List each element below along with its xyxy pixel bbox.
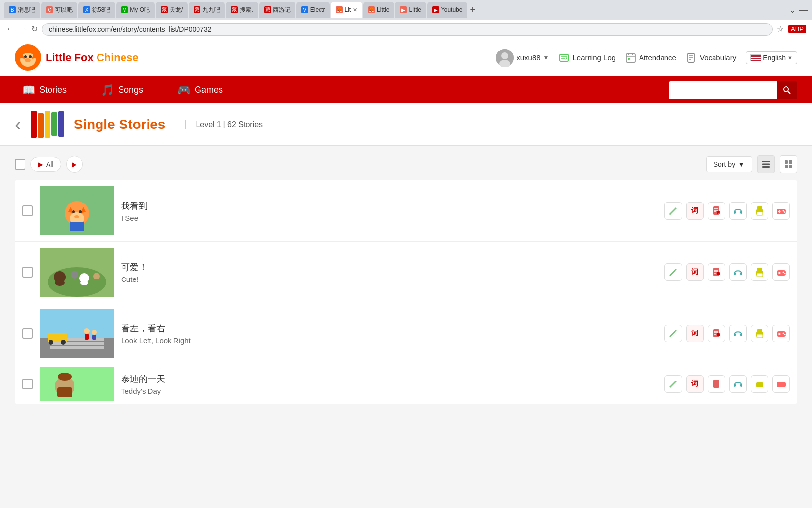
back-button[interactable]: ← bbox=[6, 24, 15, 34]
print-button-3[interactable] bbox=[751, 325, 768, 342]
vocab-button-3[interactable]: 词 bbox=[686, 325, 704, 342]
svg-rect-100 bbox=[757, 329, 762, 332]
notes-button-3[interactable] bbox=[708, 325, 725, 342]
tab-13[interactable]: ▶ Youtube bbox=[427, 2, 468, 18]
tab-11[interactable]: 🦊 Little bbox=[363, 2, 394, 18]
new-tab-button[interactable]: + bbox=[468, 5, 477, 15]
tab-favicon-6: 藏 bbox=[194, 6, 200, 13]
forward-button[interactable]: → bbox=[19, 24, 27, 34]
print-button-1[interactable] bbox=[751, 202, 768, 220]
story-title-en-1: I See bbox=[121, 214, 657, 222]
svg-rect-13 bbox=[626, 54, 635, 62]
back-button[interactable]: ‹ bbox=[15, 115, 21, 134]
listen-button-3[interactable] bbox=[729, 325, 747, 342]
listen-button-2[interactable] bbox=[729, 263, 747, 281]
language-label: English bbox=[763, 54, 786, 62]
vocabulary-nav[interactable]: Vocabulary bbox=[686, 52, 736, 63]
svg-rect-74 bbox=[757, 273, 763, 277]
list-view-button[interactable] bbox=[757, 155, 775, 173]
select-all-checkbox[interactable] bbox=[15, 159, 25, 170]
search-input[interactable] bbox=[669, 81, 777, 99]
stories-label: Stories bbox=[39, 85, 67, 95]
svg-point-36 bbox=[72, 210, 75, 213]
user-profile[interactable]: xuxu88 ▼ bbox=[496, 49, 549, 67]
tab-4[interactable]: M My O吧 bbox=[116, 2, 155, 18]
tab-12[interactable]: ▶ Little bbox=[395, 2, 426, 18]
print-button-4[interactable] bbox=[751, 375, 768, 393]
edit-button-4[interactable] bbox=[664, 375, 682, 393]
tab-favicon-11: 🦊 bbox=[368, 6, 375, 13]
reload-button[interactable]: ↻ bbox=[31, 25, 38, 34]
tab-7[interactable]: 藏 搜索. bbox=[226, 2, 258, 18]
lang-dropdown-icon: ▼ bbox=[787, 55, 793, 61]
tab-menu-button[interactable]: ⌄ bbox=[789, 4, 796, 15]
story-checkbox-3[interactable] bbox=[22, 328, 33, 339]
game-button-3[interactable] bbox=[772, 325, 790, 342]
play-button[interactable]: ▶ bbox=[66, 156, 83, 173]
svg-point-38 bbox=[74, 215, 79, 218]
story-actions-3: 词 bbox=[664, 325, 790, 342]
tab-9[interactable]: V Electr bbox=[296, 2, 330, 18]
game-button-2[interactable] bbox=[772, 263, 790, 281]
vocab-label-2: 词 bbox=[691, 268, 698, 277]
separator: | bbox=[223, 120, 227, 128]
tab-favicon-8: 藏 bbox=[264, 6, 271, 13]
us-flag-icon bbox=[750, 54, 761, 61]
vocab-button-2[interactable]: 词 bbox=[686, 263, 704, 281]
edit-button-1[interactable] bbox=[664, 202, 682, 220]
svg-point-78 bbox=[783, 272, 784, 273]
tab-6[interactable]: 藏 九九吧 bbox=[189, 2, 225, 18]
svg-rect-70 bbox=[734, 272, 736, 275]
story-checkbox-1[interactable] bbox=[22, 205, 33, 216]
notes-button-1[interactable]: ✓ bbox=[708, 202, 725, 220]
user-dropdown-icon: ▼ bbox=[543, 54, 549, 61]
grid-view-button[interactable] bbox=[780, 155, 797, 173]
tab-2[interactable]: C 可以吧 bbox=[41, 2, 77, 18]
vocab-button-4[interactable]: 词 bbox=[686, 375, 704, 393]
language-selector[interactable]: English ▼ bbox=[746, 51, 797, 64]
svg-point-63 bbox=[80, 280, 88, 285]
search-button[interactable] bbox=[777, 81, 797, 99]
story-checkbox-2[interactable] bbox=[22, 267, 33, 278]
window-minimize[interactable]: — bbox=[799, 5, 808, 15]
game-button-1[interactable] bbox=[772, 202, 790, 220]
svg-rect-51 bbox=[757, 212, 763, 215]
vocabulary-label: Vocabulary bbox=[700, 53, 736, 62]
game-button-4[interactable] bbox=[772, 375, 790, 393]
tab-label-5: 天龙/ bbox=[170, 6, 183, 14]
tab-10-active[interactable]: 🦊 Lit ✕ bbox=[331, 2, 362, 18]
book-spine-3 bbox=[45, 111, 50, 138]
svg-rect-113 bbox=[734, 384, 736, 387]
svg-rect-114 bbox=[740, 384, 742, 387]
listen-button-4[interactable] bbox=[729, 375, 747, 393]
attendance-nav[interactable]: Attendance bbox=[625, 52, 676, 63]
edit-button-2[interactable] bbox=[664, 263, 682, 281]
edit-button-3[interactable] bbox=[664, 325, 682, 342]
tab-3[interactable]: X 徐58吧 bbox=[78, 2, 115, 18]
listen-button-1[interactable] bbox=[729, 202, 747, 220]
learning-log-nav[interactable]: Learning Log bbox=[559, 52, 615, 63]
nav-stories[interactable]: 📖 Stories bbox=[15, 79, 74, 102]
sort-by-button[interactable]: Sort by ▼ bbox=[706, 156, 752, 172]
story-info-2: 可爱！ Cute! bbox=[121, 261, 657, 283]
bookmark-icon[interactable]: ☆ bbox=[777, 25, 784, 34]
address-input[interactable] bbox=[42, 23, 773, 36]
tab-label-4: My O吧 bbox=[130, 6, 150, 14]
tab-1[interactable]: B 消息吧 bbox=[4, 2, 40, 18]
extensions-icon[interactable]: ABP bbox=[788, 25, 806, 33]
vocab-button-1[interactable]: 词 bbox=[686, 202, 704, 220]
play-all-button[interactable]: ▶ All bbox=[30, 157, 61, 172]
print-button-2[interactable] bbox=[751, 263, 768, 281]
story-checkbox-4[interactable] bbox=[22, 379, 33, 389]
vocab-label-1: 词 bbox=[691, 206, 698, 215]
tab-5[interactable]: 藏 天龙/ bbox=[156, 2, 188, 18]
header-nav: xuxu88 ▼ Learning Log Attendance bbox=[496, 49, 797, 67]
tab-8[interactable]: 藏 西游记 bbox=[259, 2, 295, 18]
tab-close-10[interactable]: ✕ bbox=[353, 7, 357, 13]
nav-songs[interactable]: 🎵 Songs bbox=[94, 79, 150, 102]
nav-games[interactable]: 🎮 Games bbox=[170, 79, 230, 102]
notes-button-4[interactable] bbox=[708, 375, 725, 393]
svg-rect-50 bbox=[757, 206, 762, 210]
notes-button-2[interactable] bbox=[708, 263, 725, 281]
tab-label-7: 搜索. bbox=[240, 6, 253, 14]
